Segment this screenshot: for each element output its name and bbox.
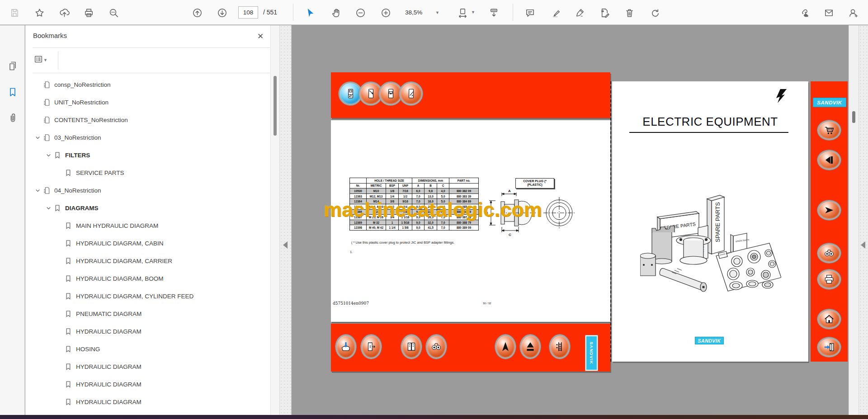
sandvik-logo: SANDVIK (813, 98, 846, 107)
upload-cloud-icon[interactable] (57, 6, 71, 19)
collapse-tools-handle[interactable] (859, 25, 868, 415)
bookmark-item[interactable]: DIAGRAMS (25, 199, 269, 217)
bookmark-item[interactable]: HYDRAULIC DIAGRAM, BOOM (25, 270, 269, 287)
scroll-mode-icon[interactable] (487, 6, 500, 19)
star-favorite-icon[interactable] (33, 6, 46, 19)
close-icon[interactable]: ✕ (255, 31, 266, 42)
bookmark-item[interactable]: HYDRAULIC DIAGRAM (25, 393, 269, 411)
bookmark-ribbon-icon (64, 327, 76, 336)
bookmark-item[interactable]: HYDRAULIC DIAGRAM, CABIN (25, 235, 269, 252)
parts-ladder-button[interactable] (549, 334, 570, 359)
machine-nav-button-4[interactable] (399, 82, 423, 105)
chevron-down-icon[interactable]: ▼ (471, 10, 475, 14)
collapse-panel-handle[interactable] (279, 25, 292, 415)
bookmark-item[interactable]: 03_NoRestriction (25, 129, 269, 146)
bookmark-ribbon-icon (64, 292, 76, 301)
chevron-down-icon[interactable] (43, 152, 53, 159)
table-cell: 880 382 09 (449, 188, 479, 194)
table-cell: 12398 (350, 225, 367, 231)
search-binoculars-button[interactable] (426, 334, 447, 359)
exit-section-button[interactable] (361, 334, 382, 359)
bookmark-item-label: HYDRAULIC DIAGRAM, CABIN (76, 240, 164, 247)
table-cell: 880 389 09 (449, 225, 479, 231)
left-page-top-banner (331, 72, 610, 118)
search-binoculars-button[interactable] (817, 243, 841, 263)
exit-button[interactable] (817, 337, 841, 357)
bookmark-item[interactable]: UNIT_NoRestriction (25, 94, 269, 111)
bookmark-item[interactable]: CONTENTS_NoRestriction (25, 111, 269, 129)
bookmark-item[interactable]: MAIN HYDRAULIC DIAGRAM (25, 217, 269, 235)
table-cell: 10530 (350, 188, 367, 194)
add-person-icon[interactable] (846, 6, 860, 19)
chevron-down-icon[interactable] (33, 187, 42, 194)
bookmark-ribbon-icon (64, 345, 76, 353)
rotate-icon[interactable] (648, 6, 662, 19)
edit-page-icon[interactable] (598, 6, 611, 19)
table-cell: BSP (386, 183, 399, 188)
zoom-out-icon[interactable] (354, 6, 367, 19)
print-button[interactable] (817, 269, 841, 289)
email-icon[interactable] (822, 6, 835, 19)
page-thumbnails-icon[interactable] (6, 60, 19, 72)
home-button[interactable] (817, 309, 841, 329)
bookmark-item[interactable]: HYDRAULIC DIAGRAM (25, 358, 269, 376)
bookmark-item[interactable]: HYDRAULIC DIAGRAM (25, 323, 269, 340)
scroll-up-button[interactable] (495, 334, 516, 359)
chevron-down-icon[interactable] (43, 205, 53, 212)
table-cell: METRIC (367, 183, 386, 188)
list-options-icon (33, 54, 43, 66)
fill-sign-pen-icon[interactable] (573, 6, 586, 19)
page-top-button[interactable] (520, 334, 541, 359)
bookmark-ribbon-icon (64, 363, 76, 371)
previous-page-icon[interactable] (190, 6, 204, 19)
next-page-button[interactable] (817, 200, 841, 220)
bookmark-ribbon-icon (64, 398, 76, 406)
viewer-scrollbar-track[interactable] (849, 25, 859, 415)
attachments-icon[interactable] (6, 112, 19, 124)
search-icon[interactable] (107, 6, 120, 19)
bookmark-item[interactable]: consp_NoRestriction (25, 76, 269, 94)
bookmark-item[interactable]: HYDRAULIC DIAGRAM, CYLINDER FEED (25, 287, 269, 305)
bookmark-item[interactable]: 04_NoRestriction (25, 182, 269, 199)
chevron-down-icon[interactable] (33, 134, 42, 141)
bookmark-item[interactable]: FILTERS (25, 146, 269, 164)
table-cell: A (412, 183, 425, 188)
bookmark-item[interactable]: HYDRAULIC DIAGRAM (25, 376, 269, 393)
bookmark-item[interactable]: HOSING (25, 340, 269, 358)
hand-tool-icon[interactable] (329, 6, 343, 19)
bookmark-item[interactable]: SERVICE PARTS (25, 164, 269, 182)
bookmark-item[interactable]: HYDRAULIC DIAGRAM, CARRIER (25, 252, 269, 270)
bookmark-item-label: HYDRAULIC DIAGRAM, CARRIER (76, 258, 172, 264)
save-icon[interactable] (8, 6, 21, 19)
panel-scrollbar-thumb[interactable] (274, 76, 277, 136)
bookmark-item-label: CONTENTS_NoRestriction (54, 117, 128, 123)
download-button[interactable] (335, 334, 356, 359)
print-icon[interactable] (82, 6, 95, 19)
catalog-book-button[interactable] (401, 334, 422, 359)
chevron-spacer (54, 222, 64, 230)
panel-scrollbar-track[interactable] (270, 25, 279, 415)
bookmark-item[interactable]: PNEUMATIC DIAGRAM (25, 305, 269, 323)
fit-width-icon[interactable] (456, 6, 469, 19)
bookmark-item-label: consp_NoRestriction (54, 81, 111, 88)
table-cell: 7,0 (437, 225, 449, 231)
cart-button[interactable] (817, 120, 841, 140)
previous-chapter-button[interactable] (817, 150, 841, 170)
viewer-scrollbar-thumb[interactable] (852, 111, 855, 123)
right-page-nav-column: SANDVIK (811, 81, 848, 362)
highlighter-icon[interactable] (549, 6, 562, 19)
zoom-in-icon[interactable] (379, 6, 392, 19)
page-number-input[interactable] (238, 6, 258, 19)
table-cell: 1/8 (386, 188, 399, 194)
delete-trash-icon[interactable] (623, 6, 636, 19)
select-tool-icon[interactable] (303, 6, 317, 19)
share-link-icon[interactable] (797, 6, 811, 19)
zoom-level-dropdown[interactable]: 38,5% ▼ (401, 6, 443, 19)
table-cell: UNF (399, 183, 412, 188)
bookmarks-panel-icon[interactable] (6, 86, 19, 99)
chevron-down-icon: ▼ (435, 10, 439, 15)
bookmark-options-icon[interactable]: ▼ (33, 53, 52, 67)
table-cell (350, 178, 367, 184)
next-page-icon[interactable] (215, 6, 229, 19)
comment-icon[interactable] (523, 6, 537, 19)
